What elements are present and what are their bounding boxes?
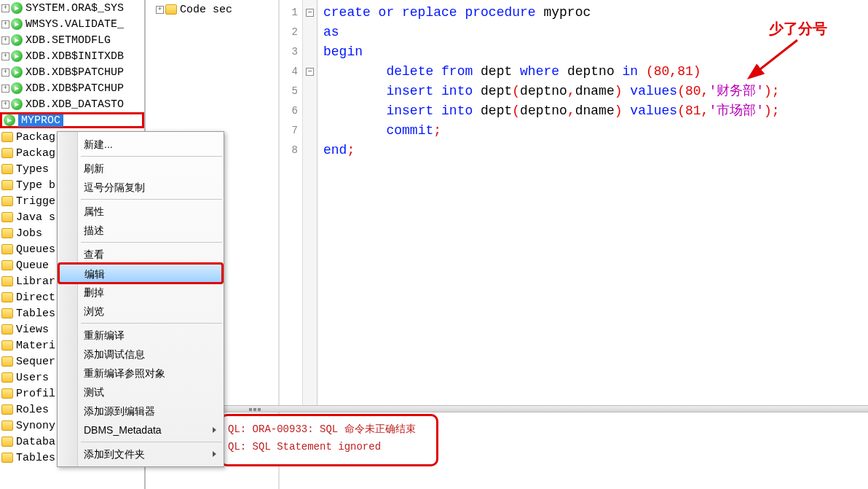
folder-icon <box>1 340 13 351</box>
menu-item-label: 重新编译 <box>84 329 125 341</box>
folder-icon <box>1 324 13 335</box>
tree-item-label: XDB.XDB$PATCHUP <box>25 82 124 95</box>
menu-item-label: 测试 <box>84 386 104 398</box>
error-output-panel: QL: ORA-00933: SQL 命令未正确结束 QL: SQL State… <box>220 414 438 466</box>
fold-icon[interactable]: − <box>306 68 314 76</box>
folder-icon <box>1 148 13 158</box>
folder-icon <box>1 132 13 142</box>
fold-icon[interactable]: − <box>306 9 314 17</box>
folder-icon <box>1 260 13 270</box>
menu-separator <box>81 442 222 442</box>
tree-item-label: XDB.XDB_DATASTO <box>25 98 124 111</box>
tree-item-label: Types <box>16 163 49 176</box>
folder-icon <box>1 453 13 463</box>
expand-icon[interactable]: + <box>1 4 9 12</box>
menu-item[interactable]: 添加调试信息 <box>58 345 224 364</box>
folder-icon <box>1 404 13 415</box>
menu-item[interactable]: 描述 <box>58 221 224 240</box>
folder-icon <box>1 292 13 302</box>
tree-item-label: Databa <box>16 436 55 448</box>
menu-item[interactable]: DBMS_Metadata <box>58 420 224 439</box>
menu-item-label: 编辑 <box>84 268 105 280</box>
menu-item-label: 删掉 <box>84 286 104 298</box>
line-number: 3 <box>281 42 298 62</box>
tree-item-label: XDB.XDB$INITXDB <box>25 50 124 63</box>
expand-icon[interactable]: + <box>1 85 9 93</box>
tree-item-label: Librar <box>16 275 55 288</box>
submenu-arrow-icon <box>213 451 216 457</box>
procedure-icon: ▶ <box>11 34 23 46</box>
expand-icon[interactable]: + <box>1 20 9 28</box>
tree-item-label: Type b <box>16 179 55 192</box>
tree-item-label: XDB.SETMODFLG <box>25 34 111 47</box>
outline-item[interactable]: + Code sec <box>150 0 278 19</box>
outline-label: Code sec <box>180 4 232 16</box>
expand-icon[interactable]: + <box>1 69 9 77</box>
menu-item-label: 新建... <box>84 138 113 150</box>
menu-item[interactable]: 属性 <box>58 202 224 221</box>
tree-item-label: Direct <box>16 292 55 304</box>
tree-item-label: Java s <box>16 211 55 224</box>
folder-icon <box>1 372 13 383</box>
tree-item-label: Views <box>16 324 49 336</box>
tree-item-procedure[interactable]: +▶XDB.XDB_DATASTO <box>0 96 144 112</box>
tree-item-procedure[interactable]: +▶SYSTEM.ORA$_SYS <box>0 0 144 16</box>
menu-item[interactable]: 重新编译参照对象 <box>58 364 224 383</box>
tree-item-procedure[interactable]: +▶XDB.XDB$PATCHUP <box>0 64 144 80</box>
procedure-icon: ▶ <box>11 98 23 110</box>
menu-item-label: 添加调试信息 <box>84 348 145 360</box>
expand-icon[interactable]: + <box>1 101 9 109</box>
line-number: 6 <box>281 101 298 121</box>
menu-separator <box>81 323 222 324</box>
menu-item[interactable]: 添加源到编辑器 <box>58 402 224 420</box>
menu-item[interactable]: 编辑 <box>59 264 222 283</box>
expand-icon[interactable]: + <box>1 36 9 44</box>
folder-icon <box>165 4 177 15</box>
line-number: 2 <box>281 23 298 42</box>
tree-item-label: Tables <box>16 308 55 320</box>
tree-item-label: Sequer <box>16 356 55 368</box>
horizontal-splitter[interactable] <box>220 405 868 412</box>
menu-item[interactable]: 查看 <box>58 245 224 264</box>
menu-item-label: 重新编译参照对象 <box>84 367 165 379</box>
error-line: QL: SQL Statement ignored <box>228 438 430 455</box>
menu-item-label: 描述 <box>84 224 104 236</box>
menu-item-label: 属性 <box>84 206 104 217</box>
folder-icon <box>1 164 13 174</box>
menu-item-label: 刷新 <box>84 163 104 174</box>
tree-item-label: Tables <box>16 452 55 464</box>
context-menu: 新建...刷新逗号分隔复制属性描述查看编辑删掉浏览重新编译添加调试信息重新编译参… <box>57 131 224 467</box>
menu-item[interactable]: 添加到文件夹 <box>58 445 224 463</box>
folder-icon <box>1 212 13 222</box>
tree-item-myproc[interactable]: ▶ MYPROC <box>0 112 144 128</box>
folder-icon <box>1 276 13 286</box>
menu-item[interactable]: 逗号分隔复制 <box>58 178 224 197</box>
tree-item-procedure[interactable]: +▶XDB.SETMODFLG <box>0 32 144 48</box>
tree-item-label: Trigge <box>16 195 55 208</box>
tree-item-procedure[interactable]: +▶XDB.XDB$INITXDB <box>0 48 144 64</box>
menu-item[interactable]: 测试 <box>58 383 224 402</box>
menu-item[interactable]: 新建... <box>58 135 224 154</box>
menu-item[interactable]: 刷新 <box>58 159 224 178</box>
tree-item-procedure[interactable]: +▶WMSYS.VALIDATE_ <box>0 16 144 32</box>
menu-item-label: 浏览 <box>84 305 104 317</box>
annotation-arrow <box>743 36 808 80</box>
line-number: 1 <box>281 3 298 23</box>
fold-gutter: − − <box>303 0 317 408</box>
folder-icon <box>1 356 13 367</box>
procedure-icon: ▶ <box>11 2 23 14</box>
menu-separator <box>81 199 222 200</box>
tree-item-label: Packag <box>16 131 55 144</box>
menu-item-label: 添加到文件夹 <box>84 448 145 460</box>
menu-item[interactable]: 删掉 <box>58 283 224 302</box>
tree-item-label: Packag <box>16 147 55 160</box>
line-number: 8 <box>281 141 298 160</box>
expand-icon[interactable]: + <box>1 52 9 60</box>
tree-item-label: MYPROC <box>18 114 63 127</box>
expand-icon[interactable]: + <box>156 6 164 14</box>
tree-item-procedure[interactable]: +▶XDB.XDB$PATCHUP <box>0 80 144 96</box>
menu-item[interactable]: 重新编译 <box>58 326 224 345</box>
line-number: 4 <box>281 62 298 82</box>
annotation-text: 少了分号 <box>769 19 827 39</box>
menu-item[interactable]: 浏览 <box>58 302 224 321</box>
